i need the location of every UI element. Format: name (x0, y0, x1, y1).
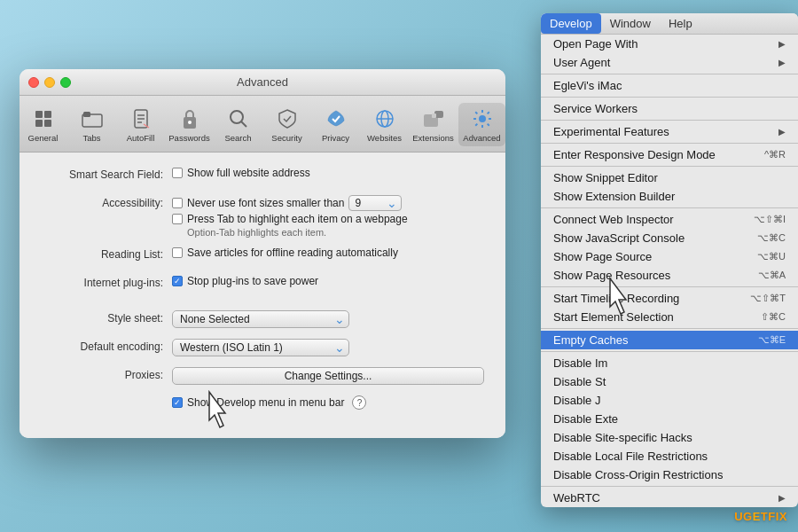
watermark-highlight: E (753, 510, 761, 523)
empty-caches-item[interactable]: Empty Caches⌥⌘E (541, 331, 798, 349)
tabs-icon (80, 106, 105, 131)
toolbar-websites[interactable]: Websites (361, 103, 408, 146)
disable-cross-origin-item[interactable]: Disable Cross-Origin Restrictions (541, 466, 798, 484)
accessibility-option1-row: Never use font sizes smaller than 9 ⌄ (172, 195, 484, 211)
smart-search-controls: Show full website address (172, 167, 484, 179)
style-sheet-dropdown[interactable]: None Selected ⌄ (172, 310, 349, 328)
reading-list-text: Save articles for offline reading automa… (187, 246, 398, 259)
default-encoding-row: Default encoding: Western (ISO Latin 1) … (41, 339, 484, 358)
minimize-button[interactable] (44, 77, 55, 88)
toolbar-autofill-label: AutoFill (127, 133, 155, 143)
prefs-content: Smart Search Field: Show full website ad… (20, 153, 505, 438)
separator-5 (541, 166, 798, 167)
svg-rect-5 (83, 112, 90, 117)
internet-plugins-option-row: Stop plug-ins to save power (172, 275, 484, 287)
accessibility-checkbox2[interactable] (172, 214, 183, 224)
change-settings-button[interactable]: Change Settings... (172, 367, 484, 385)
show-javascript-console-item[interactable]: Show JavaScript Console⌥⌘C (541, 229, 798, 247)
toolbar-passwords[interactable]: Passwords (166, 103, 213, 146)
accessibility-text2: Press Tab to highlight each item on a we… (187, 213, 408, 225)
toolbar-extensions[interactable]: Extensions (410, 103, 457, 146)
disable-styles-item[interactable]: Disable St (541, 372, 798, 391)
responsive-shortcut: ^⌘R (764, 149, 786, 160)
disable-local-file-item[interactable]: Disable Local File Restrictions (541, 447, 798, 466)
toolbar-passwords-label: Passwords (168, 133, 209, 143)
develop-menu-checkbox[interactable] (172, 397, 183, 408)
search-icon (226, 106, 251, 131)
disable-javascript-item[interactable]: Disable J (541, 391, 798, 410)
watermark-prefix: UG (734, 510, 753, 523)
disable-images-item[interactable]: Disable Im (541, 354, 798, 372)
separator-2 (541, 97, 798, 98)
element-selection-shortcut: ⇧⌘C (761, 311, 786, 323)
smart-search-label: Smart Search Field: (41, 167, 172, 181)
toolbar-search[interactable]: Search (215, 103, 262, 146)
toolbar-autofill[interactable]: AutoFill (117, 103, 164, 146)
font-size-arrow: ⌄ (387, 196, 397, 210)
default-encoding-label: Default encoding: (41, 339, 172, 353)
smart-search-option-row: Show full website address (172, 167, 484, 179)
accessibility-controls: Never use font sizes smaller than 9 ⌄ Pr… (172, 195, 484, 238)
reading-list-checkbox[interactable] (172, 247, 183, 258)
empty-caches-shortcut: ⌥⌘E (758, 334, 786, 346)
page-resources-shortcut: ⌥⌘A (758, 270, 786, 281)
svg-rect-1 (44, 111, 51, 118)
js-console-shortcut: ⌥⌘C (757, 232, 786, 244)
autofill-icon (129, 106, 153, 131)
toolbar-security[interactable]: Security (263, 103, 310, 146)
internet-plugins-checkbox[interactable] (172, 276, 183, 286)
accessibility-checkbox1[interactable] (172, 198, 183, 208)
user-agent-item[interactable]: User Agent▶ (541, 53, 798, 72)
style-sheet-arrow: ⌄ (334, 312, 345, 326)
page-source-shortcut: ⌥⌘U (757, 251, 786, 262)
internet-plugins-row: Internet plug-ins: Stop plug-ins to save… (41, 275, 484, 294)
disable-extensions-item[interactable]: Disable Exte (541, 410, 798, 428)
show-snippet-editor-item[interactable]: Show Snippet Editor (541, 168, 798, 187)
maximize-button[interactable] (60, 77, 71, 88)
start-element-selection-item[interactable]: Start Element Selection⇧⌘C (541, 308, 798, 326)
toolbar-privacy[interactable]: Privacy (312, 103, 359, 146)
toolbar-tabs-label: Tabs (82, 133, 100, 143)
encoding-arrow: ⌄ (334, 340, 345, 355)
close-button[interactable] (28, 77, 39, 88)
toolbar-privacy-label: Privacy (322, 133, 349, 143)
passwords-icon (177, 106, 202, 131)
toolbar-tabs[interactable]: Tabs (68, 103, 115, 146)
reading-list-controls: Save articles for offline reading automa… (172, 246, 484, 259)
separator-4 (541, 143, 798, 144)
connect-web-inspector-item[interactable]: Connect Web Inspector⌥⇧⌘I (541, 210, 798, 229)
separator-7 (541, 286, 798, 287)
develop-menu-header[interactable]: Develop (541, 13, 601, 34)
open-page-with-item[interactable]: Open Page With▶ (541, 35, 798, 53)
toolbar-advanced[interactable]: Advanced (458, 103, 505, 146)
security-icon (275, 106, 300, 131)
service-workers-item[interactable]: Service Workers (541, 99, 798, 118)
experimental-features-item[interactable]: Experimental Features▶ (541, 122, 798, 141)
font-size-select[interactable]: 9 ⌄ (348, 195, 402, 211)
webrtc-item[interactable]: WebRTC▶ (541, 489, 798, 507)
show-page-resources-item[interactable]: Show Page Resources⌥⌘A (541, 266, 798, 285)
show-extension-builder-item[interactable]: Show Extension Builder (541, 187, 798, 206)
show-page-source-item[interactable]: Show Page Source⌥⌘U (541, 247, 798, 266)
responsive-design-item[interactable]: Enter Responsive Design Mode^⌘R (541, 145, 798, 164)
reading-list-label: Reading List: (41, 246, 172, 261)
help-button[interactable]: ? (352, 395, 366, 410)
svg-point-20 (479, 115, 486, 122)
default-encoding-controls: Western (ISO Latin 1) ⌄ (172, 339, 484, 356)
toolbar-general[interactable]: General (20, 103, 66, 146)
disable-site-hacks-item[interactable]: Disable Site-specific Hacks (541, 428, 798, 447)
help-menu-header[interactable]: Help (660, 13, 701, 34)
separator-3 (541, 120, 798, 121)
toolbar: General Tabs Auto (20, 96, 505, 153)
svg-rect-2 (35, 120, 43, 127)
separator-9 (541, 351, 798, 352)
default-encoding-dropdown[interactable]: Western (ISO Latin 1) ⌄ (172, 339, 349, 356)
toolbar-advanced-label: Advanced (463, 133, 500, 143)
window-menu-header[interactable]: Window (601, 13, 660, 34)
eglevs-imac-item[interactable]: EgleVi's iMac (541, 76, 798, 95)
window-controls[interactable] (28, 77, 71, 88)
start-timeline-item[interactable]: Start Timeline Recording⌥⇧⌘T (541, 289, 798, 308)
accessibility-option2-row: Press Tab to highlight each item on a we… (172, 213, 484, 225)
smart-search-checkbox[interactable] (172, 168, 183, 178)
watermark-suffix: TFIX (761, 510, 787, 523)
